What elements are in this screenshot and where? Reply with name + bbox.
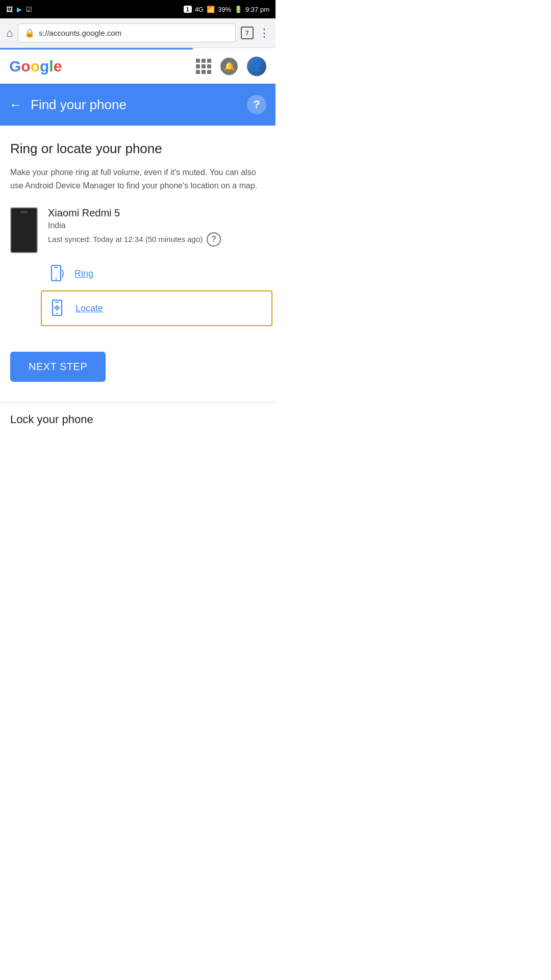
svg-point-5 bbox=[57, 313, 58, 314]
svg-point-7 bbox=[57, 307, 58, 308]
avatar-image: 👤 bbox=[247, 57, 266, 76]
device-location: India bbox=[48, 221, 265, 230]
next-step-button[interactable]: NEXT STEP bbox=[10, 352, 106, 382]
help-button[interactable]: ? bbox=[247, 95, 266, 114]
page-title: Find your phone bbox=[31, 97, 247, 113]
footer-title: Lock your phone bbox=[10, 413, 265, 426]
home-button[interactable]: ⌂ bbox=[6, 27, 13, 40]
main-content: Ring or locate your phone Make your phon… bbox=[0, 126, 276, 397]
section-title: Ring or locate your phone bbox=[10, 141, 265, 157]
notification-badge: 1 bbox=[184, 6, 192, 13]
google-header-icons: 🔔 👤 bbox=[196, 57, 266, 76]
play-icon: ▶ bbox=[17, 6, 22, 13]
browser-bar: ⌂ 🔒 s://accounts.google.com 7 ⋮ bbox=[0, 18, 276, 48]
google-logo: Google bbox=[9, 58, 62, 75]
status-right: 1 4G 📶 39% 🔋 9:37 pm bbox=[184, 6, 269, 13]
url-text: s://accounts.google.com bbox=[39, 29, 121, 37]
back-button[interactable]: ← bbox=[9, 97, 22, 113]
url-bar[interactable]: 🔒 s://accounts.google.com bbox=[18, 23, 235, 42]
signal-bars: 📶 bbox=[207, 6, 215, 13]
locate-phone-icon bbox=[49, 299, 68, 318]
browser-menu-button[interactable]: ⋮ bbox=[259, 27, 269, 40]
status-left-icons: 🖼 ▶ ☑ bbox=[6, 6, 32, 13]
device-info: Xiaomi Redmi 5 India Last synced: Today … bbox=[48, 207, 265, 326]
signal-type: 4G bbox=[195, 6, 204, 13]
time-display: 9:37 pm bbox=[245, 6, 269, 13]
ring-action[interactable]: Ring bbox=[48, 257, 265, 290]
section-description: Make your phone ring at full volume, eve… bbox=[10, 166, 265, 192]
sync-help-icon[interactable]: ? bbox=[207, 232, 221, 247]
google-header: Google 🔔 👤 bbox=[0, 50, 276, 84]
locate-label[interactable]: Locate bbox=[76, 303, 103, 314]
device-sync-time: Last synced: Today at 12:34 (50 minutes … bbox=[48, 232, 265, 247]
device-name: Xiaomi Redmi 5 bbox=[48, 207, 265, 219]
checkbox-icon: ☑ bbox=[26, 6, 32, 13]
avatar[interactable]: 👤 bbox=[247, 57, 266, 76]
ring-label[interactable]: Ring bbox=[74, 268, 93, 279]
battery-icon: 🔋 bbox=[234, 6, 242, 13]
status-bar: 🖼 ▶ ☑ 1 4G 📶 39% 🔋 9:37 pm bbox=[0, 0, 276, 18]
locate-action[interactable]: Locate bbox=[41, 290, 272, 326]
footer-section: Lock your phone bbox=[0, 402, 276, 431]
svg-point-2 bbox=[56, 278, 57, 280]
notifications-bell-icon[interactable]: 🔔 bbox=[220, 58, 238, 75]
ring-phone-icon bbox=[48, 264, 67, 283]
action-list: Ring bbox=[48, 257, 265, 326]
tab-count[interactable]: 7 bbox=[241, 27, 254, 39]
photo-icon: 🖼 bbox=[6, 6, 13, 13]
device-image bbox=[10, 207, 38, 253]
page-header: ← Find your phone ? bbox=[0, 84, 276, 126]
battery-pct: 39% bbox=[218, 6, 231, 13]
lock-icon: 🔒 bbox=[24, 28, 35, 38]
apps-grid-icon[interactable] bbox=[196, 59, 211, 74]
device-row: Xiaomi Redmi 5 India Last synced: Today … bbox=[10, 207, 265, 326]
